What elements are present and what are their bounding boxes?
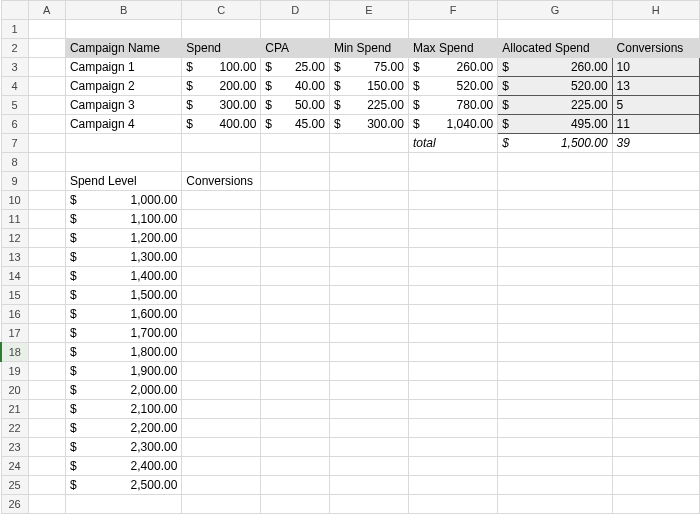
hdr-max-spend[interactable]: Max Spend — [408, 39, 497, 58]
cell[interactable]: $2,500.00 — [65, 476, 181, 495]
cell[interactable] — [65, 153, 181, 172]
cell[interactable]: 13 — [612, 77, 699, 96]
cell[interactable]: $2,000.00 — [65, 381, 181, 400]
cell[interactable] — [182, 210, 261, 229]
cell[interactable] — [612, 153, 699, 172]
cell[interactable] — [408, 476, 497, 495]
cell[interactable]: Conversions — [182, 172, 261, 191]
cell[interactable] — [182, 20, 261, 39]
cell[interactable] — [408, 20, 497, 39]
row-header-25[interactable]: 25 — [1, 476, 28, 495]
cell[interactable] — [408, 438, 497, 457]
cell[interactable]: $100.00 — [182, 58, 261, 77]
cell[interactable] — [498, 248, 612, 267]
cell[interactable] — [329, 248, 408, 267]
cell[interactable] — [612, 20, 699, 39]
row-header-10[interactable]: 10 — [1, 191, 28, 210]
cell[interactable] — [261, 229, 330, 248]
cell[interactable] — [612, 362, 699, 381]
cell[interactable]: 11 — [612, 115, 699, 134]
cell[interactable]: $2,100.00 — [65, 400, 181, 419]
cell[interactable] — [182, 153, 261, 172]
cell[interactable]: Campaign 1 — [65, 58, 181, 77]
cell[interactable] — [498, 324, 612, 343]
cell[interactable] — [612, 248, 699, 267]
cell[interactable] — [408, 172, 497, 191]
col-header-A[interactable]: A — [28, 1, 65, 20]
cell[interactable] — [65, 495, 181, 514]
cell[interactable] — [182, 362, 261, 381]
cell[interactable] — [612, 229, 699, 248]
cell[interactable] — [182, 419, 261, 438]
cell[interactable] — [28, 191, 65, 210]
cell[interactable]: $300.00 — [182, 96, 261, 115]
col-header-F[interactable]: F — [408, 1, 497, 20]
cell[interactable]: Spend Level — [65, 172, 181, 191]
row-header-6[interactable]: 6 — [1, 115, 28, 134]
cell[interactable]: $1,400.00 — [65, 267, 181, 286]
row-header-7[interactable]: 7 — [1, 134, 28, 153]
cell[interactable] — [612, 267, 699, 286]
cell[interactable] — [182, 438, 261, 457]
cell[interactable]: $1,500.00 — [498, 134, 612, 153]
cell[interactable] — [28, 343, 65, 362]
spreadsheet-grid[interactable]: A B C D E F G H 12Campaign NameSpendCPAM… — [0, 0, 700, 514]
cell[interactable] — [261, 400, 330, 419]
cell[interactable] — [182, 191, 261, 210]
cell[interactable] — [28, 476, 65, 495]
cell[interactable] — [329, 362, 408, 381]
cell[interactable] — [261, 476, 330, 495]
cell[interactable]: Campaign 3 — [65, 96, 181, 115]
cell[interactable] — [329, 191, 408, 210]
row-header-20[interactable]: 20 — [1, 381, 28, 400]
cell[interactable]: $1,900.00 — [65, 362, 181, 381]
cell[interactable] — [612, 419, 699, 438]
cell[interactable]: $260.00 — [498, 58, 612, 77]
col-header-G[interactable]: G — [498, 1, 612, 20]
cell[interactable] — [612, 305, 699, 324]
cell[interactable]: Campaign 2 — [65, 77, 181, 96]
cell[interactable] — [261, 153, 330, 172]
cell[interactable]: $260.00 — [408, 58, 497, 77]
cell[interactable] — [408, 362, 497, 381]
cell[interactable] — [612, 457, 699, 476]
row-header-26[interactable]: 26 — [1, 495, 28, 514]
row-header-3[interactable]: 3 — [1, 58, 28, 77]
row-header-22[interactable]: 22 — [1, 419, 28, 438]
cell[interactable]: $1,800.00 — [65, 343, 181, 362]
cell[interactable] — [498, 153, 612, 172]
cell[interactable] — [261, 381, 330, 400]
cell[interactable] — [498, 343, 612, 362]
cell[interactable] — [498, 20, 612, 39]
col-header-B[interactable]: B — [65, 1, 181, 20]
cell[interactable] — [182, 343, 261, 362]
cell[interactable]: $520.00 — [408, 77, 497, 96]
cell[interactable]: 10 — [612, 58, 699, 77]
cell[interactable]: $1,700.00 — [65, 324, 181, 343]
row-header-15[interactable]: 15 — [1, 286, 28, 305]
cell[interactable] — [329, 134, 408, 153]
cell[interactable] — [28, 438, 65, 457]
cell[interactable] — [329, 267, 408, 286]
cell[interactable] — [28, 134, 65, 153]
cell[interactable] — [28, 248, 65, 267]
cell[interactable] — [65, 134, 181, 153]
cell[interactable] — [28, 286, 65, 305]
cell[interactable] — [182, 134, 261, 153]
cell[interactable] — [182, 248, 261, 267]
cell[interactable] — [65, 20, 181, 39]
row-header-13[interactable]: 13 — [1, 248, 28, 267]
hdr-spend[interactable]: Spend — [182, 39, 261, 58]
cell[interactable] — [498, 362, 612, 381]
cell[interactable] — [261, 286, 330, 305]
row-header-17[interactable]: 17 — [1, 324, 28, 343]
cell[interactable] — [182, 267, 261, 286]
cell[interactable] — [182, 324, 261, 343]
cell[interactable]: 39 — [612, 134, 699, 153]
cell[interactable]: $1,100.00 — [65, 210, 181, 229]
cell[interactable] — [329, 457, 408, 476]
col-header-C[interactable]: C — [182, 1, 261, 20]
cell[interactable] — [329, 419, 408, 438]
cell[interactable]: $200.00 — [182, 77, 261, 96]
cell[interactable] — [28, 96, 65, 115]
